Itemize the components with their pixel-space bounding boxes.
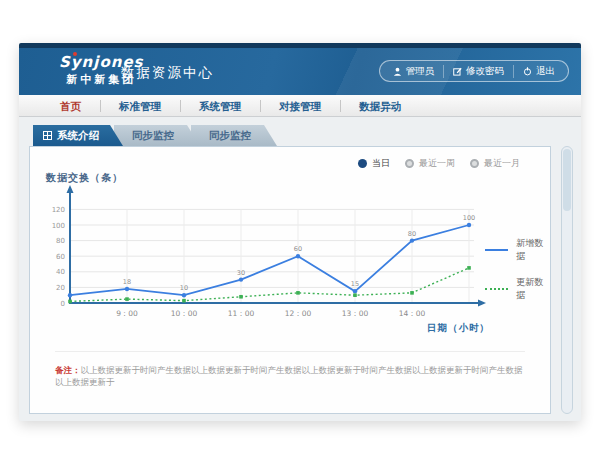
tab-sync-monitor-1[interactable]: 同步监控 bbox=[114, 125, 200, 146]
svg-text:100: 100 bbox=[52, 222, 65, 230]
svg-text:60: 60 bbox=[56, 253, 65, 261]
admin-user-label: 管理员 bbox=[406, 65, 435, 78]
content-area: 系统介绍 同步监控 同步监控 当日 最近一周 最近一月 数据交换 bbox=[19, 117, 581, 421]
radio-unselected-icon bbox=[405, 159, 414, 168]
power-icon bbox=[523, 67, 532, 76]
svg-text:120: 120 bbox=[52, 206, 65, 214]
svg-text:10 : 00: 10 : 00 bbox=[171, 309, 198, 318]
svg-text:15: 15 bbox=[351, 280, 359, 288]
svg-text:18: 18 bbox=[123, 278, 131, 286]
change-password-button[interactable]: 修改密码 bbox=[443, 65, 513, 78]
chart-panel: 当日 最近一周 最近一月 数据交换（条） 0204060801001209 : … bbox=[29, 146, 551, 414]
svg-text:20: 20 bbox=[56, 284, 65, 292]
nav-item-home[interactable]: 首页 bbox=[41, 95, 100, 117]
tab-bar: 系统介绍 同步监控 同步监控 bbox=[33, 125, 268, 146]
svg-text:11 : 00: 11 : 00 bbox=[228, 309, 255, 318]
chart-legend: 新增数据 更新数据 bbox=[485, 237, 550, 302]
tab-sync-monitor-2[interactable]: 同步监控 bbox=[191, 125, 277, 146]
svg-text:14 : 00: 14 : 00 bbox=[399, 309, 426, 318]
change-password-label: 修改密码 bbox=[466, 65, 504, 78]
legend-line-sample-update-data bbox=[485, 288, 508, 290]
legend-label-update-data: 更新数据 bbox=[516, 276, 550, 302]
legend-item[interactable]: 更新数据 bbox=[485, 276, 550, 302]
svg-text:13 : 00: 13 : 00 bbox=[342, 309, 369, 318]
nav-item-system-mgmt[interactable]: 系统管理 bbox=[180, 95, 260, 117]
svg-text:0: 0 bbox=[61, 300, 65, 308]
nav-item-standard-mgmt[interactable]: 标准管理 bbox=[100, 95, 180, 117]
main-nav: 首页 标准管理 系统管理 对接管理 数据异动 bbox=[19, 95, 581, 117]
user-icon bbox=[393, 67, 402, 76]
edit-icon bbox=[453, 67, 462, 76]
svg-text:10: 10 bbox=[180, 284, 188, 292]
logo-accent-dot bbox=[73, 52, 77, 56]
tab-system-intro-label: 系统介绍 bbox=[57, 125, 99, 146]
user-toolbar: 管理员 修改密码 退出 bbox=[379, 60, 570, 82]
time-range-filters: 当日 最近一周 最近一月 bbox=[358, 157, 520, 170]
logout-button[interactable]: 退出 bbox=[513, 65, 564, 78]
filter-today-label: 当日 bbox=[372, 157, 390, 170]
nav-item-interface-mgmt[interactable]: 对接管理 bbox=[260, 95, 340, 117]
vertical-scrollbar[interactable] bbox=[561, 146, 573, 414]
footnote: 备注：以上数据更新于时间产生数据以上数据更新于时间产生数据以上数据更新于时间产生… bbox=[55, 351, 525, 389]
nav-item-data-change[interactable]: 数据异动 bbox=[340, 95, 420, 117]
logout-label: 退出 bbox=[536, 65, 555, 78]
radio-selected-icon bbox=[358, 159, 367, 168]
svg-text:12 : 00: 12 : 00 bbox=[285, 309, 312, 318]
line-chart: 0204060801001209 : 0010 : 0011 : 0012 : … bbox=[30, 173, 500, 338]
radio-unselected-icon bbox=[470, 159, 479, 168]
legend-item[interactable]: 新增数据 bbox=[485, 237, 550, 263]
svg-text:80: 80 bbox=[56, 237, 65, 245]
svg-text:80: 80 bbox=[408, 230, 416, 238]
svg-text:9 : 00: 9 : 00 bbox=[116, 309, 138, 318]
svg-text:40: 40 bbox=[56, 268, 65, 276]
svg-text:100: 100 bbox=[463, 214, 475, 222]
legend-line-sample-new-data bbox=[485, 249, 508, 251]
footnote-label: 备注： bbox=[55, 365, 81, 375]
page-title: 数据资源中心 bbox=[121, 64, 214, 82]
admin-user-button[interactable]: 管理员 bbox=[384, 65, 444, 78]
svg-text:30: 30 bbox=[237, 269, 245, 277]
app-window: Synjones 新中新集团 数据资源中心 管理员 修改密码 bbox=[19, 43, 581, 421]
filter-last-month[interactable]: 最近一月 bbox=[470, 157, 520, 170]
legend-label-new-data: 新增数据 bbox=[516, 237, 550, 263]
tab-system-intro[interactable]: 系统介绍 bbox=[33, 125, 123, 146]
filter-last-week[interactable]: 最近一周 bbox=[405, 157, 455, 170]
svg-text:60: 60 bbox=[294, 245, 302, 253]
filter-last-month-label: 最近一月 bbox=[484, 157, 520, 170]
app-header: Synjones 新中新集团 数据资源中心 管理员 修改密码 bbox=[19, 48, 581, 95]
footnote-text: 以上数据更新于时间产生数据以上数据更新于时间产生数据以上数据更新于时间产生数据以… bbox=[55, 365, 523, 387]
filter-today[interactable]: 当日 bbox=[358, 157, 390, 170]
scrollbar-thumb[interactable] bbox=[563, 149, 571, 211]
svg-text:日期（小时）: 日期（小时） bbox=[427, 322, 490, 334]
filter-last-week-label: 最近一周 bbox=[419, 157, 455, 170]
document-grid-icon bbox=[43, 131, 52, 140]
